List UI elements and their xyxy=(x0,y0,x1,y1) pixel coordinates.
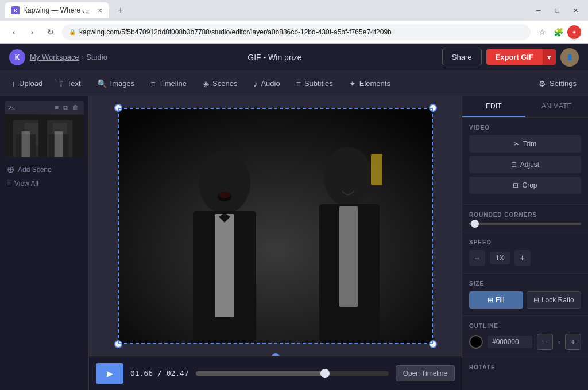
images-button[interactable]: 🔍 Images xyxy=(90,76,142,92)
add-scene-button[interactable]: ⊕ Add Scene xyxy=(5,162,84,177)
add-scene-icon: ⊕ xyxy=(7,164,14,175)
forward-button[interactable]: › xyxy=(25,25,39,39)
adjust-button[interactable]: ⊟ Adjust xyxy=(469,156,581,173)
outline-section: OUTLINE #000000 − ◦ + xyxy=(462,316,588,357)
scene-item-header: 2s ≡ ⧉ 🗑 xyxy=(5,101,84,114)
outline-color-swatch[interactable] xyxy=(469,335,483,349)
scene-actions: ≡ ⧉ 🗑 xyxy=(53,103,80,112)
workspace-link[interactable]: My Workspace xyxy=(30,53,79,61)
header-center: GIF - Win prize xyxy=(107,53,442,62)
trim-button[interactable]: ✂ Trim xyxy=(469,135,581,153)
timeline-scrubber[interactable] xyxy=(196,371,389,376)
speed-value: 1X xyxy=(490,252,510,264)
size-section: SIZE ⊞ Fill ⊟ Lock Ratio xyxy=(462,274,588,316)
lock-ratio-icon: ⊟ xyxy=(533,296,539,304)
outline-increase-button[interactable]: + xyxy=(565,334,581,350)
text-button[interactable]: T Text xyxy=(52,76,87,92)
minimize-button[interactable]: ─ xyxy=(531,5,547,16)
url-field[interactable]: 🔒 kapwing.com/5f5b470912dd8f008b3b7788/s… xyxy=(62,24,531,40)
refresh-button[interactable]: ↻ xyxy=(44,25,57,39)
crop-button[interactable]: ⊡ Crop xyxy=(469,177,581,194)
settings-button[interactable]: ⚙ Settings xyxy=(532,76,583,92)
toolbar: ↑ Upload T Text 🔍 Images ≡ Timeline ◈ Sc… xyxy=(0,71,588,96)
speed-increase-button[interactable]: + xyxy=(514,250,531,266)
resize-handle-top-left[interactable] xyxy=(114,104,122,112)
subtitles-button[interactable]: ≡ Subtitles xyxy=(289,76,340,92)
tab-edit[interactable]: EDIT xyxy=(462,96,525,117)
tab-close-button[interactable]: ✕ xyxy=(98,7,102,14)
share-button[interactable]: Share xyxy=(442,49,482,65)
active-tab[interactable]: K Kapwing — Where Content Crea… ✕ xyxy=(5,2,109,18)
profile-icon[interactable]: ● xyxy=(567,25,581,39)
address-bar-actions: ☆ 🧩 ● xyxy=(535,25,581,39)
audio-icon: ♪ xyxy=(253,79,257,88)
rounded-corners-slider xyxy=(469,223,581,225)
tab-animate[interactable]: ANIMATE xyxy=(525,96,589,117)
fill-icon: ⊞ xyxy=(488,296,493,304)
lock-ratio-button[interactable]: ⊟ Lock Ratio xyxy=(527,291,582,309)
upload-icon: ↑ xyxy=(11,79,16,88)
svg-point-10 xyxy=(199,151,250,214)
elements-icon: ✦ xyxy=(349,79,356,88)
slider-thumb[interactable] xyxy=(471,220,479,228)
speed-decrease-button[interactable]: − xyxy=(469,250,485,266)
audio-button[interactable]: ♪ Audio xyxy=(246,76,287,92)
resize-handle-bottom-right[interactable] xyxy=(429,340,437,348)
view-all-button[interactable]: ≡ View All xyxy=(5,177,84,190)
canvas-area xyxy=(89,96,462,356)
rotate-label: ROTATE xyxy=(462,357,588,373)
project-title: GIF - Win prize xyxy=(247,53,301,62)
scene-duplicate-icon[interactable]: ⧉ xyxy=(61,103,69,112)
close-button[interactable]: ✕ xyxy=(567,5,583,16)
svg-rect-8 xyxy=(55,131,63,157)
profile-picture[interactable]: 👤 xyxy=(560,48,579,67)
timeline-progress xyxy=(196,371,325,376)
video-section: VIDEO ✂ Trim ⊟ Adjust ⊡ Crop xyxy=(462,118,588,205)
extensions-icon[interactable]: 🧩 xyxy=(551,25,565,39)
subtitles-icon: ≡ xyxy=(296,79,301,88)
resize-handle-bottom-left[interactable] xyxy=(114,340,122,348)
video-content-svg xyxy=(118,108,433,344)
elements-button[interactable]: ✦ Elements xyxy=(342,76,397,92)
breadcrumb: My Workspace › Studio xyxy=(30,53,107,61)
export-gif-button[interactable]: Export GIF xyxy=(486,49,543,65)
time-display: 01.66 / 02.47 xyxy=(130,369,189,377)
timeline-button[interactable]: ≡ Timeline xyxy=(144,76,194,92)
rotate-handle[interactable] xyxy=(272,353,280,356)
settings-icon: ⚙ xyxy=(539,79,546,88)
video-canvas[interactable] xyxy=(118,108,433,344)
play-button[interactable]: ▶ xyxy=(96,363,123,384)
scene-thumbnail[interactable] xyxy=(5,114,84,157)
lock-icon: 🔒 xyxy=(69,29,76,35)
main-content: 2s ≡ ⧉ 🗑 xyxy=(0,96,588,390)
trim-icon: ✂ xyxy=(514,140,520,148)
scene-list-icon[interactable]: ≡ xyxy=(53,103,60,112)
open-timeline-button[interactable]: Open Timeline xyxy=(396,365,455,381)
back-button[interactable]: ‹ xyxy=(7,25,21,39)
fill-button[interactable]: ⊞ Fill xyxy=(469,291,523,309)
slider-track[interactable] xyxy=(469,223,581,225)
view-all-icon: ≡ xyxy=(7,180,11,188)
studio-link[interactable]: Studio xyxy=(86,53,107,61)
scenes-button[interactable]: ◈ Scenes xyxy=(196,76,244,92)
bookmark-icon[interactable]: ☆ xyxy=(535,25,549,39)
title-bar: K Kapwing — Where Content Crea… ✕ + ─ □ … xyxy=(0,0,588,21)
new-tab-button[interactable]: + xyxy=(114,3,127,17)
scene-delete-icon[interactable]: 🗑 xyxy=(71,103,80,112)
bottom-bar: ▶ 01.66 / 02.47 Open Timeline xyxy=(89,356,462,390)
size-label: SIZE xyxy=(469,280,581,287)
maximize-button[interactable]: □ xyxy=(549,5,565,16)
svg-rect-12 xyxy=(215,214,234,317)
scene-time: 2s xyxy=(8,104,15,111)
header-right: Share Export GIF ▾ 👤 xyxy=(442,48,579,67)
tab-favicon: K xyxy=(11,6,20,14)
upload-button[interactable]: ↑ Upload xyxy=(5,76,49,92)
resize-handle-top-right[interactable] xyxy=(429,104,437,112)
export-dropdown-button[interactable]: ▾ xyxy=(543,49,556,65)
timeline-thumb[interactable] xyxy=(320,369,330,378)
speed-control: − 1X + xyxy=(469,250,581,266)
scene-item[interactable]: 2s ≡ ⧉ 🗑 xyxy=(5,101,84,157)
outline-decrease-button[interactable]: − xyxy=(537,334,553,350)
speed-label: SPEED xyxy=(469,239,581,245)
canvas-container xyxy=(118,108,433,344)
